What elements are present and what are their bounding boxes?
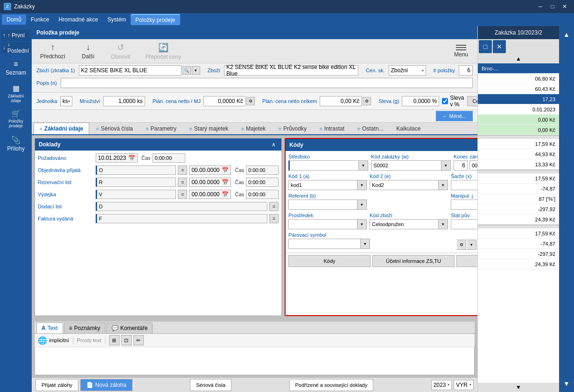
rezervacni-label[interactable]: Rezervační list bbox=[38, 179, 94, 185]
pozadovano-label[interactable]: Požadováno bbox=[38, 155, 94, 161]
popis-input[interactable] bbox=[61, 78, 473, 88]
manipul-label[interactable]: Manipul. j. bbox=[451, 193, 477, 199]
kod-zbozi-input[interactable] bbox=[370, 219, 439, 229]
kody-row5-settings[interactable]: ⚙ bbox=[457, 240, 466, 250]
text-tab-text[interactable]: A Text bbox=[36, 323, 63, 333]
text-tool-2[interactable]: ⊡ bbox=[121, 335, 132, 345]
plan-cena-label[interactable]: Plán. cena netto / MJ bbox=[153, 98, 201, 104]
kody-btn-spotrebni[interactable]: Spotřební daň bbox=[456, 255, 477, 267]
sidebar-item-zakladni[interactable]: ▦ Základníúdaje bbox=[2, 81, 30, 105]
refresh-btn[interactable]: ↺ Obnovit bbox=[107, 41, 134, 62]
minimize-btn[interactable]: ─ bbox=[535, 2, 546, 11]
pocet-label[interactable]: # položky bbox=[434, 68, 455, 73]
objednavka-link-btn[interactable]: = bbox=[178, 165, 187, 175]
rezervacni-input[interactable]: R bbox=[96, 178, 176, 187]
mene-btn[interactable]: ← Méně... bbox=[436, 111, 473, 121]
referent-btn[interactable]: ▾ bbox=[357, 199, 367, 210]
sidebar-item-prilohy[interactable]: 📎 Přílohy bbox=[2, 131, 30, 156]
rezervacni-date[interactable]: 00.00.0000 📅 bbox=[189, 178, 231, 187]
menu-system[interactable]: Systém bbox=[103, 14, 131, 25]
kody-btn-kody[interactable]: Kódy bbox=[288, 255, 371, 267]
parovaci-label[interactable]: Párovací symbol bbox=[288, 232, 370, 238]
tab-majetek[interactable]: ≡ Majetek bbox=[235, 123, 272, 134]
referent-label[interactable]: Referent (b) bbox=[288, 193, 367, 199]
nova-zaloha-btn[interactable]: 📄 Nová záloha bbox=[80, 379, 133, 391]
nav-last-btn[interactable]: ↓ ↓ Poslední bbox=[1, 42, 31, 53]
far-right-scroll-up[interactable]: ▲ bbox=[478, 54, 559, 63]
sleva-percent-check[interactable]: Sleva v % bbox=[442, 95, 464, 108]
dodaci-input[interactable]: D bbox=[96, 202, 267, 211]
tab-seriova[interactable]: ≡ Sériová čísla bbox=[90, 123, 139, 134]
sarze-input[interactable] bbox=[451, 180, 477, 190]
mnozstvi-label[interactable]: Množství bbox=[80, 98, 100, 104]
parovaci-btn[interactable]: ▾ bbox=[361, 239, 370, 249]
maximize-btn[interactable]: □ bbox=[547, 2, 558, 11]
vydejka-link-btn[interactable]: = bbox=[178, 190, 187, 199]
kod-zakazky-btn[interactable]: ▾ bbox=[441, 160, 451, 171]
zbozi-input[interactable]: K2 SENSE BIKE XL BLUE bbox=[79, 65, 182, 76]
vydejka-time[interactable]: 0:00:00 bbox=[246, 190, 279, 199]
tab-zakladni[interactable]: ≡ Základní údaje bbox=[34, 123, 89, 134]
vydejka-input[interactable]: V bbox=[96, 190, 176, 199]
kody-btn-ucetni[interactable]: Účetní informace ZS,TU bbox=[372, 255, 455, 267]
mnozstvi-input[interactable] bbox=[103, 96, 145, 106]
seriova-cisla-btn[interactable]: Sériová čísla bbox=[190, 379, 231, 391]
dodaci-label[interactable]: Dodací list bbox=[38, 204, 94, 209]
parovaci-input[interactable] bbox=[288, 239, 361, 249]
pozadovano-date[interactable]: 10.01.2023 📅 bbox=[96, 153, 138, 163]
zbozi2-input[interactable]: K2 SENSE BIKE XL BLUE K2 sense bike edit… bbox=[224, 65, 358, 76]
prostredek-btn[interactable]: ▾ bbox=[357, 219, 367, 229]
sarze-label[interactable]: Šarže (x) bbox=[451, 173, 477, 179]
dodaci-link-btn[interactable]: = bbox=[269, 202, 279, 211]
menu-polozky[interactable]: Položky prodeje bbox=[131, 14, 180, 25]
close-btn[interactable]: ✕ bbox=[559, 2, 570, 11]
tab-ostatni[interactable]: ≡ Ostatn... bbox=[351, 123, 389, 134]
menu-funkce[interactable]: Funkce bbox=[26, 14, 54, 25]
sidebar-item-seznam[interactable]: ≡ Seznam bbox=[2, 56, 30, 80]
tab-pruvodky[interactable]: ≡ Průvodky bbox=[273, 123, 313, 134]
objednavka-label[interactable]: Objednávka přijatá bbox=[38, 167, 94, 173]
far-right-expand[interactable]: □ bbox=[479, 40, 492, 53]
rezervacni-link-btn[interactable]: = bbox=[178, 178, 187, 187]
kod2-btn[interactable]: ▾ bbox=[439, 180, 448, 190]
popis-label[interactable]: Popis (n) bbox=[36, 80, 57, 86]
outer-scroll-down[interactable]: ▼ bbox=[560, 377, 573, 390]
tab-parametry[interactable]: ≡ Parametry bbox=[140, 123, 182, 134]
stat-puv-label[interactable]: Stát pův. bbox=[451, 213, 477, 218]
outer-scroll-up[interactable]: ▲ bbox=[560, 28, 573, 41]
prijate-zalohy-btn[interactable]: Přijaté zálohy bbox=[35, 379, 78, 391]
kod1-label[interactable]: Kód 1 (a) bbox=[288, 173, 367, 179]
menu-hromadne[interactable]: Hromadné akce bbox=[54, 14, 103, 25]
podrizene-btn[interactable]: Podřízené a související doklady bbox=[289, 379, 374, 391]
faktura-label[interactable]: Faktura vydaná bbox=[38, 216, 94, 221]
manipul-input[interactable] bbox=[451, 199, 477, 210]
stat-puv-input[interactable] bbox=[451, 219, 477, 229]
tab-intrastat[interactable]: ≡ Intrastat bbox=[314, 123, 350, 134]
stredisko-btn[interactable]: ▾ bbox=[359, 160, 368, 171]
stredisko-input[interactable] bbox=[288, 160, 359, 171]
doklady-collapse-btn[interactable]: ∧ bbox=[270, 140, 278, 149]
konec-zaruky-label[interactable]: Konec záruky bbox=[454, 154, 477, 159]
menu-domu[interactable]: Domů bbox=[2, 14, 26, 25]
tab-stary[interactable]: ≡ Starý majetek bbox=[183, 123, 234, 134]
objednavka-time[interactable]: 0:00:00 bbox=[246, 165, 279, 175]
text-editor[interactable] bbox=[35, 347, 475, 375]
far-right-close[interactable]: ✕ bbox=[493, 40, 506, 53]
cen-sk-select[interactable]: Zbožní ▾ bbox=[389, 65, 426, 76]
plan-celkem-btn[interactable]: ⚙ bbox=[363, 97, 371, 105]
prostredek-label[interactable]: Prostředek bbox=[288, 213, 367, 218]
prev-btn[interactable]: ↑ Předchozí bbox=[36, 41, 69, 62]
menu-btn[interactable]: Menu bbox=[449, 43, 473, 60]
kod1-input[interactable] bbox=[288, 180, 357, 190]
vydejka-date[interactable]: 00.00.0000 📅 bbox=[189, 190, 231, 199]
nav-first-btn[interactable]: ↑ ↑ První bbox=[1, 30, 31, 41]
recalc-btn[interactable]: 🔄 Přepočet ceny bbox=[141, 41, 185, 62]
far-right-scroll-down[interactable]: ▼ bbox=[478, 383, 559, 392]
referent-input[interactable] bbox=[288, 199, 357, 210]
sidebar-item-polozky[interactable]: 🛒 Položkyprodeje bbox=[2, 106, 30, 131]
year-select[interactable]: 2023 ▾ bbox=[431, 380, 452, 390]
sleva-label[interactable]: Sleva (g) bbox=[378, 98, 399, 104]
kod-zakazky-label[interactable]: Kód zakázky (w) bbox=[371, 154, 451, 159]
text-tab-komentare[interactable]: 💬 Komentáře bbox=[106, 323, 153, 333]
kod1-btn[interactable]: ▾ bbox=[357, 180, 367, 190]
